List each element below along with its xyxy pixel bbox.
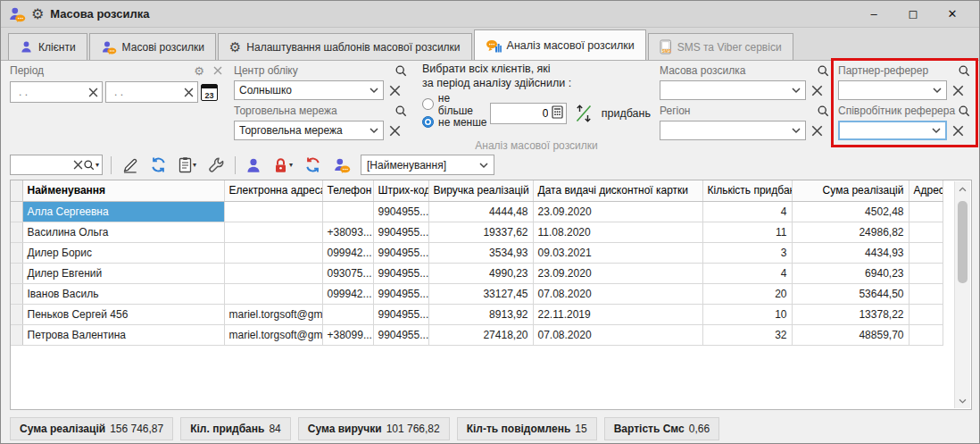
select-clients-line2: за період аналізу здійснили :: [422, 77, 651, 89]
col-header-phone[interactable]: Телефон: [322, 180, 373, 201]
col-header-revenue[interactable]: Виручка реалізацій: [428, 180, 533, 201]
clients-grid: Найменування Електронна адреса Телефон Ш…: [10, 180, 972, 410]
radio-not-more[interactable]: не більше: [422, 96, 487, 112]
region-label: Регіон: [660, 105, 691, 117]
search-input[interactable]: ▾: [10, 155, 103, 175]
period-to-clear-icon[interactable]: [182, 84, 195, 100]
table-row[interactable]: Дилер Евгений 093075... 9904955... 4990,…: [11, 263, 943, 283]
vertical-scrollbar[interactable]: [954, 181, 970, 408]
referrer-employee-label: Співробітник реферера: [838, 105, 955, 117]
table-row[interactable]: Пеньков Сергей 456 mariel.torgsoft@gm...…: [11, 304, 943, 324]
close-button[interactable]: ✕: [933, 2, 972, 27]
tab-mailing-analysis[interactable]: Аналіз масової розсилки: [474, 29, 646, 60]
report-button[interactable]: ▾: [177, 155, 198, 176]
period-from-input[interactable]: [10, 81, 103, 103]
scrollbar-thumb[interactable]: [958, 201, 968, 283]
grid-toolbar: ▾ ▾ ▾ [Найменування]: [1, 151, 979, 179]
tab-strip: Клієнти Масові розсилки ⚙ Налаштування ш…: [1, 28, 979, 61]
purchase-count-field[interactable]: [494, 106, 552, 121]
maximize-button[interactable]: ◻: [893, 2, 933, 27]
partner-referrer-search-icon[interactable]: [956, 63, 972, 79]
search-field[interactable]: [13, 158, 72, 172]
table-row[interactable]: Іванов Василь 099942... 9904955... 33127…: [11, 283, 943, 304]
app-icon: [8, 6, 26, 22]
tab-template-settings[interactable]: ⚙ Налаштування шаблонів масової розсилки: [218, 33, 472, 60]
sort-updown-icon[interactable]: [573, 103, 593, 124]
radio-circle-checked-icon: [422, 116, 434, 128]
window-title: Масова розсилка: [50, 7, 149, 21]
titlebar: ⚙ Масова розсилка – ◻ ✕: [1, 1, 979, 28]
region-combo[interactable]: [660, 121, 806, 140]
partner-referrer-combo[interactable]: [838, 80, 947, 100]
table-row[interactable]: Петрова Валентина mariel.torgsoft@gm... …: [11, 324, 943, 345]
calculator-icon[interactable]: [552, 105, 563, 121]
row-selector-gutter: [11, 180, 22, 201]
trade-network-combo[interactable]: Торговельна мережа: [234, 121, 384, 140]
col-header-address[interactable]: Адреса: [909, 180, 943, 201]
region-clear-icon[interactable]: [809, 122, 825, 138]
referrer-employee-search-icon[interactable]: [956, 103, 972, 119]
partner-referrer-clear-icon[interactable]: [950, 82, 966, 98]
status-label: Сума виручки: [308, 423, 382, 435]
period-to-field[interactable]: [109, 85, 182, 99]
col-header-barcode[interactable]: Штрих-код: [373, 180, 428, 201]
accounting-center-clear-icon[interactable]: [386, 82, 403, 98]
refresh-button[interactable]: [148, 155, 169, 176]
radio-not-less[interactable]: не менше: [422, 114, 487, 130]
period-gear-icon[interactable]: ⚙: [194, 65, 204, 77]
purchases-unit-label: придбань: [602, 107, 651, 120]
tab-sms-viber[interactable]: SMS SMS та Viber сервіси: [648, 33, 793, 60]
col-header-name[interactable]: Найменування: [22, 180, 224, 201]
client-mailing-button[interactable]: [331, 155, 353, 176]
service-tools-button[interactable]: [206, 155, 227, 176]
status-bar: Сума реалізацій 156 746,87 Кіл. придбань…: [1, 413, 979, 444]
table-row[interactable]: Дилер Борис 099942... 9904955... 3534,93…: [11, 242, 943, 263]
purchase-count-input[interactable]: [490, 103, 567, 124]
analysis-subtitle: Аналіз масової розсилки: [422, 139, 651, 152]
period-clear-icon[interactable]: [210, 63, 226, 79]
search-clear-icon[interactable]: [72, 157, 83, 173]
referrer-employee-combo[interactable]: [838, 121, 947, 140]
status-label: Кіл-ть повідомлень: [467, 423, 571, 435]
col-header-card-date[interactable]: Дата видачі дисконтної картки: [533, 180, 702, 201]
mass-mailing-clear-icon[interactable]: [809, 82, 825, 98]
tab-mass-mailings[interactable]: Масові розсилки: [89, 33, 216, 60]
col-header-email[interactable]: Електронна адреса: [224, 180, 322, 201]
group-by-combo[interactable]: [Найменування]: [361, 155, 494, 175]
radio-not-more-label: не більше: [438, 92, 487, 117]
table-row[interactable]: Василина Ольга +38093... 9904955... 1933…: [11, 222, 943, 242]
group-by-value: [Найменування]: [367, 159, 479, 172]
tab-clients[interactable]: Клієнти: [8, 33, 87, 60]
calendar-icon[interactable]: 23: [201, 84, 218, 101]
scroll-up-icon[interactable]: [955, 181, 970, 197]
minimize-button[interactable]: –: [854, 2, 893, 27]
trade-network-search-icon[interactable]: [393, 103, 409, 119]
person-icon: [20, 40, 33, 54]
trade-network-clear-icon[interactable]: [386, 122, 403, 138]
table-row[interactable]: Алла Сергеевна 9904955... 4444,48 23.09.…: [11, 201, 943, 222]
status-total-sales: Сума реалізацій 156 746,87: [10, 417, 173, 440]
radio-not-less-label: не менше: [438, 116, 487, 129]
scroll-down-icon[interactable]: [955, 393, 970, 408]
period-label: Період: [10, 64, 44, 77]
col-header-total[interactable]: Сума реалізацій: [792, 180, 909, 201]
accounting-center-combo[interactable]: Солнышко: [234, 80, 384, 100]
search-icon[interactable]: ▾: [83, 157, 99, 173]
mass-mailing-search-icon[interactable]: [815, 63, 831, 79]
region-search-icon[interactable]: [815, 103, 831, 119]
referrer-employee-clear-icon[interactable]: [950, 122, 966, 138]
lock-button[interactable]: ▾: [271, 155, 295, 176]
col-header-purchases[interactable]: Кількість придбань: [702, 180, 792, 201]
accounting-center-search-icon[interactable]: [393, 63, 409, 79]
period-from-clear-icon[interactable]: [87, 84, 99, 100]
status-label: Вартість Смс: [614, 423, 685, 435]
cell-name-selected[interactable]: Алла Сергеевна: [22, 201, 224, 222]
status-purchase-count: Кіл. придбань 84: [180, 417, 291, 440]
mass-mailing-combo[interactable]: [660, 80, 806, 100]
toolbar-separator: [235, 156, 236, 174]
client-card-button[interactable]: [244, 155, 263, 176]
period-from-field[interactable]: [13, 85, 87, 99]
period-to-input[interactable]: [105, 81, 198, 103]
edit-button[interactable]: [120, 155, 140, 176]
sync-button[interactable]: [303, 155, 323, 176]
